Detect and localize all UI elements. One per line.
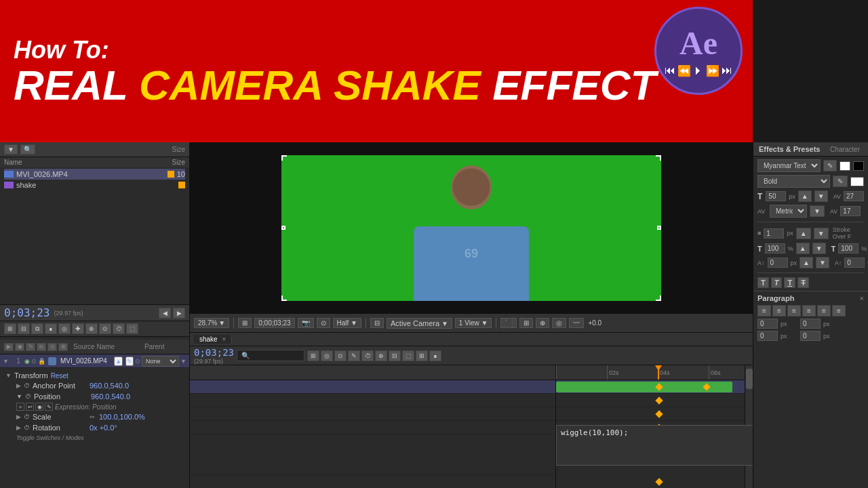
- layer-solo-0[interactable]: ⊙: [31, 358, 37, 365]
- rotation-value[interactable]: 0x +0.0°: [90, 424, 117, 432]
- timeline-panel-collapse[interactable]: ◀: [159, 308, 171, 319]
- scale-stopwatch[interactable]: ⏱: [24, 413, 30, 420]
- vp-zoom-btn[interactable]: 28.7% ▼: [194, 318, 229, 328]
- fmt-strikethrough[interactable]: T: [797, 277, 809, 288]
- scrollbar-thumb[interactable]: [746, 369, 753, 389]
- anchor-stopwatch[interactable]: ⏱: [24, 382, 30, 389]
- project-search-btn[interactable]: 🔍: [20, 144, 35, 155]
- layer-action-1[interactable]: ✎: [125, 357, 134, 366]
- baseline-dn[interactable]: ▼: [816, 257, 829, 268]
- tl-btn-4[interactable]: ◎: [58, 323, 71, 334]
- vp-quality-dropdown[interactable]: Half ▼: [333, 318, 361, 328]
- rotation-stopwatch[interactable]: ⏱: [24, 424, 30, 431]
- font-color-black[interactable]: [853, 161, 864, 171]
- align-right[interactable]: ≡: [787, 305, 801, 317]
- metrics-btn[interactable]: ▼: [810, 205, 825, 217]
- handle-r[interactable]: [657, 226, 661, 230]
- size-dn-btn[interactable]: ▼: [814, 190, 828, 202]
- vp-fit-btn[interactable]: ⊞: [238, 318, 252, 328]
- active-camera-dropdown[interactable]: Active Camera ▼: [387, 318, 452, 329]
- scale-h-input[interactable]: [765, 243, 785, 253]
- stroke-size-input[interactable]: [764, 228, 784, 239]
- anchor-value[interactable]: 960.0,540.0: [90, 382, 129, 390]
- project-item-1[interactable]: shake: [4, 180, 185, 190]
- tl-btn-3[interactable]: ∎: [45, 323, 57, 334]
- baseline-up[interactable]: ▲: [800, 257, 813, 268]
- scale-value[interactable]: 100.0,100.0%: [99, 413, 145, 421]
- tsume-input[interactable]: [844, 258, 865, 268]
- handle-tl[interactable]: [281, 155, 287, 161]
- layer-action-0[interactable]: ▲: [114, 357, 123, 366]
- vp-motion-btn[interactable]: 〰: [569, 318, 584, 328]
- tl-btn-7[interactable]: ⊙: [99, 323, 111, 334]
- font-size-input[interactable]: [766, 191, 786, 201]
- indent-left-input[interactable]: [757, 319, 778, 329]
- tl-icon-9[interactable]: ∎: [429, 350, 441, 361]
- handle-l[interactable]: [281, 226, 285, 230]
- layer-lock-0[interactable]: 🔒: [38, 358, 45, 365]
- handle-bl[interactable]: [281, 296, 287, 301]
- position-expand[interactable]: ▼: [16, 393, 22, 400]
- vp-render-btn[interactable]: ⬛: [500, 318, 517, 328]
- tl-icon-1[interactable]: ◎: [321, 350, 333, 361]
- expr-icon-arrow[interactable]: ↩: [26, 403, 34, 411]
- tl-btn-0[interactable]: ⊞: [4, 323, 16, 334]
- tl-btn-5[interactable]: ✚: [72, 323, 84, 334]
- layer-vis-0[interactable]: ◉: [24, 358, 30, 365]
- timeline-panel-expand[interactable]: ▶: [173, 308, 185, 319]
- align-center[interactable]: ≡: [772, 305, 786, 317]
- character-tab[interactable]: Character: [827, 146, 863, 153]
- transform-expand[interactable]: ▼: [5, 372, 12, 379]
- style-color[interactable]: [850, 177, 864, 186]
- vp-mask-btn[interactable]: ◎: [552, 318, 566, 328]
- anchor-expand[interactable]: ▶: [16, 382, 21, 389]
- project-new-btn[interactable]: ▼: [4, 144, 18, 155]
- vp-timecode-btn[interactable]: 0;00;03;23: [254, 318, 294, 328]
- handle-br[interactable]: [656, 296, 661, 301]
- transform-reset[interactable]: Reset: [51, 372, 68, 380]
- fmt-underline[interactable]: T: [784, 277, 795, 288]
- style-select[interactable]: Bold: [757, 175, 830, 188]
- fmt-italic[interactable]: T: [771, 277, 783, 288]
- expr-icon-eq[interactable]: =: [16, 403, 24, 411]
- style-btn[interactable]: ✎: [833, 176, 848, 187]
- paragraph-close[interactable]: ×: [860, 294, 864, 302]
- tl-btn-1[interactable]: ⊟: [18, 323, 30, 334]
- font-select[interactable]: Myanmar Text: [757, 159, 821, 172]
- stroke-up-btn[interactable]: ▲: [796, 228, 811, 239]
- expr-icon-dot[interactable]: ◉: [35, 403, 43, 411]
- kerning-input[interactable]: [844, 191, 864, 201]
- layer-parent-select[interactable]: None: [142, 356, 179, 367]
- rotation-expand[interactable]: ▶: [16, 424, 21, 431]
- font-edit-btn[interactable]: ✎: [823, 160, 837, 171]
- scale-h-up[interactable]: ▲: [796, 243, 810, 254]
- tl-btn-6[interactable]: ⊕: [85, 323, 98, 334]
- vp-snap-btn[interactable]: ⊙: [317, 318, 330, 328]
- vp-guide-btn[interactable]: ⊕: [536, 318, 549, 328]
- vp-camera-icon[interactable]: 📷: [298, 318, 314, 328]
- tracking-input[interactable]: [840, 206, 861, 216]
- space-after-input[interactable]: [800, 331, 821, 341]
- vp-grid-btn[interactable]: ⊞: [519, 318, 533, 328]
- tl-icon-3[interactable]: ✎: [348, 350, 360, 361]
- position-stopwatch[interactable]: ⏱: [25, 393, 31, 400]
- tl-icon-4[interactable]: ⏱: [361, 350, 374, 361]
- tl-btn-9[interactable]: ⬚: [126, 323, 138, 334]
- tl-icon-8[interactable]: ⊞: [416, 350, 428, 361]
- tl-icon-5[interactable]: ⊕: [375, 350, 387, 361]
- fmt-bold[interactable]: T: [757, 277, 769, 288]
- scale-w-input[interactable]: [838, 243, 859, 253]
- align-justify-last[interactable]: ≡: [832, 305, 846, 317]
- align-justify[interactable]: ≡: [802, 305, 816, 317]
- timeline-tab-shake[interactable]: shake ×: [194, 335, 232, 344]
- tl-icon-6[interactable]: ⊟: [389, 350, 401, 361]
- align-left[interactable]: ≡: [757, 305, 771, 317]
- tl-btn-2[interactable]: ⧉: [31, 323, 43, 334]
- metrics-select[interactable]: Metrics: [770, 205, 807, 218]
- timeline-search-input[interactable]: [237, 350, 304, 361]
- views-dropdown[interactable]: 1 View ▼: [455, 318, 492, 328]
- handle-tr[interactable]: [656, 155, 661, 161]
- tl-icon-7[interactable]: ⬚: [402, 350, 414, 361]
- tl-btn-8[interactable]: ⏱: [113, 323, 125, 334]
- indent-right-input[interactable]: [800, 319, 821, 329]
